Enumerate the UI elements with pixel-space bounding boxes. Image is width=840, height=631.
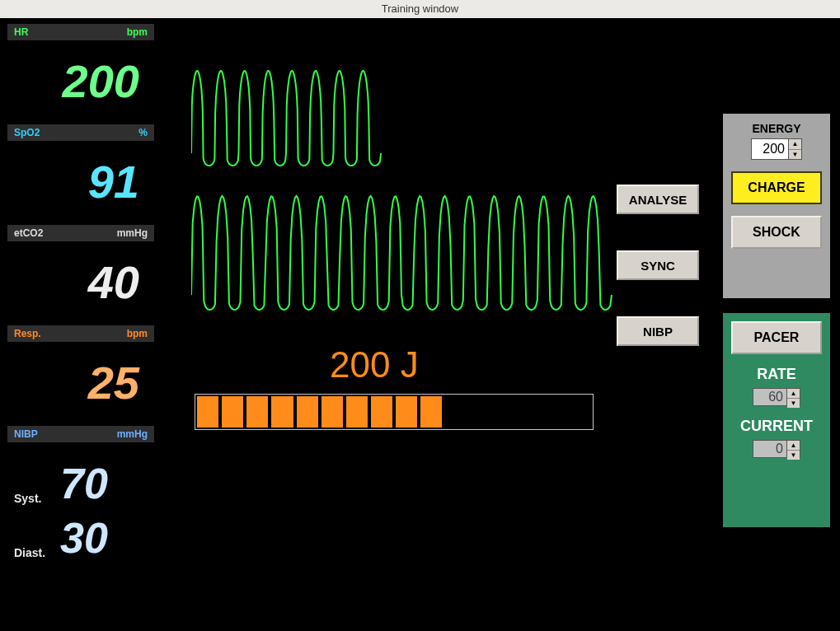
pacer-button[interactable]: PACER (731, 321, 822, 354)
analyse-button[interactable]: ANALYSE (617, 185, 699, 214)
hr-label: HR (14, 26, 28, 38)
energy-down-icon[interactable]: ▼ (789, 150, 801, 160)
etco2-block: etCO2 mmHg 40 (7, 224, 155, 325)
charge-progress (195, 394, 594, 430)
etco2-label: etCO2 (14, 227, 43, 239)
pacer-current-spinner[interactable]: ▲ ▼ (753, 440, 800, 458)
nibp-syst-label: Syst. (14, 492, 54, 505)
resp-value: 25 (7, 342, 154, 424)
sync-button[interactable]: SYNC (617, 250, 699, 280)
progress-segment (445, 396, 467, 428)
resp-label: Resp. (14, 328, 41, 339)
window-title: Training window (0, 0, 840, 18)
vitals-column: HR bpm 200 SpO2 % 91 etCO2 mmHg 40 Resp.… (7, 23, 155, 582)
progress-segment (495, 396, 517, 428)
spo2-label: SpO2 (14, 127, 40, 138)
progress-segment (396, 396, 417, 428)
energy-spinner[interactable]: ▲ ▼ (751, 138, 802, 160)
progress-segment (545, 396, 566, 428)
nibp-button[interactable]: NIBP (617, 316, 699, 346)
progress-segment (197, 396, 218, 428)
progress-segment (271, 396, 293, 428)
current-up-icon[interactable]: ▲ (787, 441, 800, 451)
pacer-rate-spinner[interactable]: ▲ ▼ (753, 388, 800, 406)
progress-segment (420, 396, 442, 428)
current-down-icon[interactable]: ▼ (787, 451, 800, 460)
progress-segment (371, 396, 392, 428)
rate-up-icon[interactable]: ▲ (787, 389, 800, 399)
hr-unit: bpm (127, 26, 148, 38)
progress-segment (520, 396, 542, 428)
ecg-trace-bottom (191, 188, 620, 311)
resp-unit: bpm (127, 328, 148, 339)
progress-segment (346, 396, 368, 428)
nibp-block: NIBP mmHg Syst. 70 Diast. 30 (7, 425, 155, 582)
nibp-label: NIBP (14, 428, 38, 440)
energy-input[interactable] (751, 138, 789, 160)
shock-button[interactable]: SHOCK (731, 216, 822, 249)
ecg-trace-top (191, 63, 620, 170)
pacer-rate-input[interactable] (753, 388, 787, 406)
pacer-rate-label: RATE (731, 366, 822, 383)
progress-segment (297, 396, 318, 428)
spo2-unit: % (138, 127, 148, 138)
etco2-unit: mmHg (117, 227, 148, 239)
progress-segment (470, 396, 491, 428)
nibp-diast-label: Diast. (14, 546, 54, 559)
waveform-area (191, 63, 620, 315)
resp-block: Resp. bpm 25 (7, 325, 155, 425)
pacer-current-input[interactable] (753, 440, 787, 458)
energy-title: ENERGY (731, 122, 822, 135)
monitor-stage: HR bpm 200 SpO2 % 91 etCO2 mmHg 40 Resp.… (0, 18, 840, 631)
spo2-block: SpO2 % 91 (7, 124, 155, 224)
progress-segment (222, 396, 243, 428)
nibp-diast-value: 30 (60, 516, 108, 559)
hr-block: HR bpm 200 (7, 23, 155, 124)
nibp-syst-value: 70 (60, 462, 108, 505)
energy-display: 200 J (330, 344, 419, 386)
progress-segment (321, 396, 343, 428)
progress-segment (246, 396, 268, 428)
charge-button[interactable]: CHARGE (731, 171, 822, 204)
rate-down-icon[interactable]: ▼ (787, 399, 800, 408)
hr-value: 200 (7, 40, 154, 123)
pacer-panel: PACER RATE ▲ ▼ CURRENT ▲ ▼ (723, 313, 830, 527)
nibp-unit: mmHg (117, 428, 148, 440)
etco2-value: 40 (7, 241, 154, 324)
defibrillator-panel: ENERGY ▲ ▼ CHARGE SHOCK (723, 114, 830, 298)
spo2-value: 91 (7, 141, 154, 223)
energy-up-icon[interactable]: ▲ (789, 139, 801, 150)
pacer-current-label: CURRENT (731, 418, 822, 435)
progress-segment (570, 396, 591, 428)
